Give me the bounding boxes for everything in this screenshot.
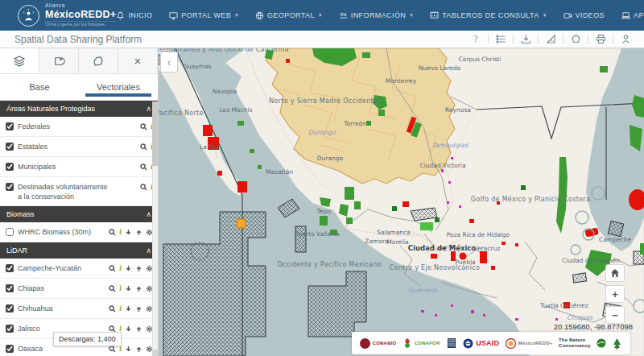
search-icon[interactable] — [140, 143, 147, 151]
print-icon — [596, 34, 606, 44]
arrow-up-icon[interactable] — [135, 229, 142, 236]
nav-portal-web[interactable]: PORTAL WEB▾ — [169, 11, 238, 20]
arrow-up-icon[interactable] — [135, 346, 142, 353]
layer-row-federales: Federales i — [0, 117, 158, 137]
oaxaca-checkbox[interactable] — [6, 345, 14, 353]
map-label: Morelia — [386, 238, 408, 246]
rainforest-alliance-logo[interactable] — [612, 337, 622, 350]
nav-tableros[interactable]: TABLEROS DE CONSULTA▾ — [430, 11, 546, 20]
usaid-logo[interactable]: USAID — [463, 338, 499, 349]
nav-geoportal[interactable]: GEOPORTAL▾ — [255, 11, 322, 20]
search-icon[interactable] — [109, 265, 116, 272]
search-icon[interactable] — [140, 184, 147, 191]
map-label: Los Mochis — [220, 106, 253, 114]
measure-icon — [546, 34, 556, 44]
tab-tags[interactable] — [39, 48, 79, 73]
main-nav: INICIO PORTAL WEB▾ GEOPORTAL▾ INFORMACIÓ… — [116, 11, 644, 20]
nav-informacion[interactable]: INFORMACIÓN▾ — [339, 11, 413, 20]
chiapas-checkbox[interactable] — [6, 284, 14, 292]
people-icon — [339, 11, 348, 20]
close-icon: × — [134, 54, 142, 68]
map-label: Torreón — [344, 120, 366, 127]
arrow-up-icon[interactable] — [135, 285, 142, 292]
brand[interactable]: Alianza MéxicoREDD+ Clima y gente por lo… — [18, 3, 116, 27]
tab-layers[interactable] — [0, 48, 39, 73]
download-layer-icon[interactable] — [125, 265, 132, 272]
search-icon[interactable] — [109, 305, 116, 313]
zoom-out-button[interactable]: − — [605, 306, 625, 324]
tab-vectoriales[interactable]: Vectoriales — [79, 74, 158, 100]
info-icon[interactable]: i — [119, 228, 122, 236]
caret-down-icon: ▾ — [319, 12, 322, 19]
brand-tagline: Clima y gente por los bosques — [45, 21, 116, 27]
search-icon[interactable] — [109, 285, 116, 292]
map-label: Durango — [308, 129, 336, 136]
bell-icon — [116, 11, 125, 20]
panel-collapse-button[interactable]: ‹ — [160, 52, 178, 72]
chihuahua-checkbox[interactable] — [6, 304, 14, 313]
legend-button[interactable] — [489, 31, 513, 48]
info-icon[interactable]: i — [119, 264, 122, 272]
search-icon[interactable] — [140, 164, 147, 171]
destinadas-checkbox[interactable] — [6, 183, 14, 191]
map-label: Monterrey — [386, 77, 416, 85]
search-icon[interactable] — [109, 346, 116, 353]
map-label: Durango — [317, 155, 343, 162]
map-label: Norte y Sierra Madre Occidental — [269, 97, 380, 105]
nav-aplicaciones[interactable]: APLICACIONES▾ — [621, 11, 644, 20]
layer-row-destinadas: Destinadas voluntariamente a la conserva… — [0, 177, 158, 206]
map-toolbar: ? — [464, 31, 644, 48]
arrow-up-icon[interactable] — [135, 265, 142, 272]
tab-base[interactable]: Base — [0, 74, 79, 100]
download-layer-icon[interactable] — [125, 285, 132, 292]
map-label: Pacífico Norte — [159, 110, 204, 117]
section-anp[interactable]: Áreas Naturales Protegidas ∧ — [0, 101, 158, 117]
layer-row-chiapas: Chiapas i — [0, 279, 158, 299]
jalisco-checkbox[interactable] — [6, 325, 14, 333]
download-layer-icon[interactable] — [125, 229, 132, 236]
municipales-checkbox[interactable] — [6, 163, 14, 171]
nav-inicio[interactable]: INICIO — [116, 11, 152, 20]
measure-button[interactable] — [539, 31, 563, 48]
laptop-icon — [621, 11, 630, 20]
estatales-checkbox[interactable] — [6, 143, 14, 151]
chevron-up-icon: ∧ — [146, 210, 151, 218]
sidebar-scrollbar[interactable] — [152, 101, 158, 356]
sub-header: Spatial Data Sharing Platform ? — [0, 31, 644, 48]
zoom-in-button[interactable]: + — [605, 285, 625, 303]
arrow-up-icon[interactable] — [135, 325, 142, 333]
map-label: Tepic — [317, 208, 332, 215]
map-label: Corpus Christi — [459, 56, 502, 63]
print-button[interactable] — [588, 31, 613, 48]
section-biomass[interactable]: Biomass ∧ — [0, 206, 158, 222]
whrc-biomass-checkbox[interactable] — [6, 228, 14, 236]
download-layer-icon[interactable] — [125, 305, 132, 313]
tree-icon — [612, 337, 622, 350]
info-icon[interactable]: i — [119, 304, 122, 313]
home-button[interactable] — [605, 264, 625, 282]
draw-polygon-button[interactable] — [564, 31, 588, 48]
section-lidar[interactable]: LiDAR ∧ — [0, 242, 158, 259]
search-icon[interactable] — [140, 123, 147, 130]
nav-videos[interactable]: VIDEOS — [564, 11, 605, 20]
info-icon[interactable]: i — [119, 284, 122, 292]
gobierno-building-logo[interactable] — [446, 337, 457, 350]
panel-close-button[interactable]: × — [118, 48, 158, 73]
help-button[interactable]: ? — [464, 31, 488, 48]
user-button[interactable] — [613, 31, 638, 48]
plus-icon: + — [612, 288, 618, 300]
nature-conservancy-logo[interactable]: The Nature Conservancy — [559, 337, 606, 348]
campeche-yucatan-checkbox[interactable] — [6, 264, 14, 272]
search-icon[interactable] — [109, 229, 116, 236]
arrow-up-icon[interactable] — [135, 305, 142, 313]
map-label: Mediterránea y Alto Golfo de California — [159, 48, 289, 53]
map-canvas[interactable]: Mediterránea y Alto Golfo de CaliforniaG… — [159, 48, 644, 356]
conabio-logo[interactable]: CONABIO — [360, 338, 397, 349]
download-layer-icon[interactable] — [125, 325, 132, 333]
tab-draw[interactable] — [79, 48, 118, 73]
conafor-logo[interactable]: CONAFOR — [402, 337, 440, 349]
download-layer-icon[interactable] — [125, 346, 132, 353]
mexicoredd-logo[interactable]: MéxicoREDD+ — [506, 338, 553, 349]
download-button[interactable] — [514, 31, 538, 48]
federales-checkbox[interactable] — [6, 122, 14, 130]
